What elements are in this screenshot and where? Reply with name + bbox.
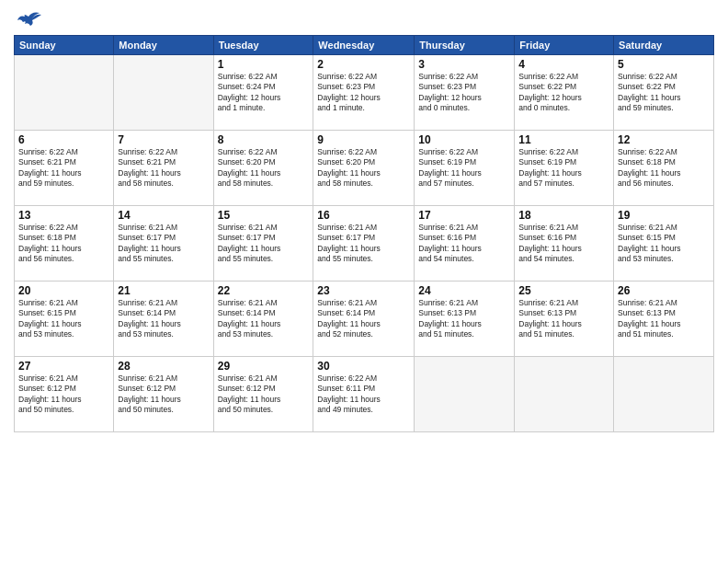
- day-number: 15: [218, 209, 310, 222]
- logo: [14, 9, 41, 28]
- calendar-cell: 29Sunrise: 6:21 AM Sunset: 6:12 PM Dayli…: [213, 357, 313, 432]
- day-number: 2: [317, 58, 410, 71]
- calendar-cell: 12Sunrise: 6:22 AM Sunset: 6:18 PM Dayli…: [614, 131, 714, 206]
- day-number: 17: [418, 209, 510, 222]
- calendar-cell: 17Sunrise: 6:21 AM Sunset: 6:16 PM Dayli…: [415, 206, 515, 282]
- weekday-header-monday: Monday: [114, 36, 213, 55]
- day-info: Sunrise: 6:21 AM Sunset: 6:15 PM Dayligh…: [618, 223, 710, 265]
- day-number: 6: [18, 133, 109, 146]
- day-number: 25: [518, 284, 609, 297]
- day-number: 5: [618, 58, 710, 71]
- calendar-cell: 13Sunrise: 6:22 AM Sunset: 6:18 PM Dayli…: [15, 206, 114, 282]
- calendar-cell: 30Sunrise: 6:22 AM Sunset: 6:11 PM Dayli…: [313, 357, 415, 432]
- calendar-cell: 23Sunrise: 6:21 AM Sunset: 6:14 PM Dayli…: [313, 282, 415, 357]
- day-info: Sunrise: 6:21 AM Sunset: 6:13 PM Dayligh…: [418, 298, 510, 340]
- calendar-week-4: 20Sunrise: 6:21 AM Sunset: 6:15 PM Dayli…: [15, 282, 714, 357]
- day-info: Sunrise: 6:22 AM Sunset: 6:18 PM Dayligh…: [618, 147, 710, 190]
- day-number: 8: [218, 133, 310, 146]
- calendar-cell: 15Sunrise: 6:21 AM Sunset: 6:17 PM Dayli…: [213, 206, 313, 282]
- weekday-header-wednesday: Wednesday: [313, 36, 415, 55]
- day-info: Sunrise: 6:22 AM Sunset: 6:23 PM Dayligh…: [418, 72, 510, 114]
- day-number: 28: [118, 360, 209, 373]
- day-info: Sunrise: 6:21 AM Sunset: 6:12 PM Dayligh…: [218, 373, 310, 416]
- day-number: 11: [518, 133, 609, 146]
- calendar-cell: 24Sunrise: 6:21 AM Sunset: 6:13 PM Dayli…: [415, 282, 515, 357]
- day-info: Sunrise: 6:22 AM Sunset: 6:22 PM Dayligh…: [618, 72, 710, 114]
- weekday-header-saturday: Saturday: [614, 36, 714, 55]
- day-info: Sunrise: 6:22 AM Sunset: 6:21 PM Dayligh…: [118, 147, 209, 190]
- day-number: 19: [618, 209, 710, 222]
- day-info: Sunrise: 6:21 AM Sunset: 6:13 PM Dayligh…: [618, 298, 710, 340]
- calendar-cell: [614, 357, 714, 432]
- calendar-cell: 7Sunrise: 6:22 AM Sunset: 6:21 PM Daylig…: [114, 131, 213, 206]
- calendar-week-2: 6Sunrise: 6:22 AM Sunset: 6:21 PM Daylig…: [15, 131, 714, 206]
- calendar-week-5: 27Sunrise: 6:21 AM Sunset: 6:12 PM Dayli…: [15, 357, 714, 432]
- day-info: Sunrise: 6:21 AM Sunset: 6:14 PM Dayligh…: [218, 298, 310, 340]
- day-info: Sunrise: 6:22 AM Sunset: 6:21 PM Dayligh…: [18, 147, 109, 190]
- calendar-cell: [15, 55, 114, 131]
- day-info: Sunrise: 6:22 AM Sunset: 6:18 PM Dayligh…: [18, 223, 109, 265]
- day-number: 23: [317, 284, 410, 297]
- calendar-cell: 28Sunrise: 6:21 AM Sunset: 6:12 PM Dayli…: [114, 357, 213, 432]
- weekday-header-thursday: Thursday: [415, 36, 515, 55]
- calendar-cell: 25Sunrise: 6:21 AM Sunset: 6:13 PM Dayli…: [515, 282, 614, 357]
- day-number: 1: [218, 58, 310, 71]
- day-info: Sunrise: 6:21 AM Sunset: 6:15 PM Dayligh…: [18, 298, 109, 340]
- day-info: Sunrise: 6:22 AM Sunset: 6:22 PM Dayligh…: [518, 72, 609, 114]
- day-number: 24: [418, 284, 510, 297]
- calendar-cell: 26Sunrise: 6:21 AM Sunset: 6:13 PM Dayli…: [614, 282, 714, 357]
- day-number: 7: [118, 133, 209, 146]
- calendar-cell: 22Sunrise: 6:21 AM Sunset: 6:14 PM Dayli…: [213, 282, 313, 357]
- weekday-header-sunday: Sunday: [15, 36, 114, 55]
- header: [14, 9, 714, 28]
- calendar-cell: 3Sunrise: 6:22 AM Sunset: 6:23 PM Daylig…: [415, 55, 515, 131]
- calendar-cell: [114, 55, 213, 131]
- day-number: 21: [118, 284, 209, 297]
- day-number: 16: [317, 209, 410, 222]
- page: SundayMondayTuesdayWednesdayThursdayFrid…: [0, 0, 728, 563]
- calendar-cell: 8Sunrise: 6:22 AM Sunset: 6:20 PM Daylig…: [213, 131, 313, 206]
- calendar-cell: 5Sunrise: 6:22 AM Sunset: 6:22 PM Daylig…: [614, 55, 714, 131]
- calendar-table: SundayMondayTuesdayWednesdayThursdayFrid…: [14, 35, 714, 432]
- calendar-cell: 20Sunrise: 6:21 AM Sunset: 6:15 PM Dayli…: [15, 282, 114, 357]
- day-number: 26: [618, 284, 710, 297]
- weekday-header-friday: Friday: [515, 36, 614, 55]
- day-number: 9: [317, 133, 410, 146]
- calendar-week-3: 13Sunrise: 6:22 AM Sunset: 6:18 PM Dayli…: [15, 206, 714, 282]
- day-info: Sunrise: 6:21 AM Sunset: 6:17 PM Dayligh…: [317, 223, 410, 265]
- calendar-cell: 16Sunrise: 6:21 AM Sunset: 6:17 PM Dayli…: [313, 206, 415, 282]
- day-info: Sunrise: 6:21 AM Sunset: 6:17 PM Dayligh…: [118, 223, 209, 265]
- day-number: 22: [218, 284, 310, 297]
- day-number: 3: [418, 58, 510, 71]
- day-info: Sunrise: 6:21 AM Sunset: 6:13 PM Dayligh…: [518, 298, 609, 340]
- day-number: 18: [518, 209, 609, 222]
- calendar-cell: 21Sunrise: 6:21 AM Sunset: 6:14 PM Dayli…: [114, 282, 213, 357]
- day-number: 4: [518, 58, 609, 71]
- calendar-cell: [415, 357, 515, 432]
- calendar-cell: 19Sunrise: 6:21 AM Sunset: 6:15 PM Dayli…: [614, 206, 714, 282]
- calendar-cell: 27Sunrise: 6:21 AM Sunset: 6:12 PM Dayli…: [15, 357, 114, 432]
- calendar-cell: 6Sunrise: 6:22 AM Sunset: 6:21 PM Daylig…: [15, 131, 114, 206]
- day-info: Sunrise: 6:22 AM Sunset: 6:24 PM Dayligh…: [218, 72, 310, 114]
- day-info: Sunrise: 6:21 AM Sunset: 6:14 PM Dayligh…: [317, 298, 410, 340]
- calendar-cell: 4Sunrise: 6:22 AM Sunset: 6:22 PM Daylig…: [515, 55, 614, 131]
- day-number: 27: [18, 360, 109, 373]
- day-info: Sunrise: 6:21 AM Sunset: 6:17 PM Dayligh…: [218, 223, 310, 265]
- day-number: 12: [618, 133, 710, 146]
- calendar-cell: 1Sunrise: 6:22 AM Sunset: 6:24 PM Daylig…: [213, 55, 313, 131]
- day-number: 10: [418, 133, 510, 146]
- calendar-cell: 14Sunrise: 6:21 AM Sunset: 6:17 PM Dayli…: [114, 206, 213, 282]
- weekday-header-tuesday: Tuesday: [213, 36, 313, 55]
- logo-bird-icon: [16, 9, 41, 28]
- day-number: 14: [118, 209, 209, 222]
- day-info: Sunrise: 6:22 AM Sunset: 6:19 PM Dayligh…: [518, 147, 609, 190]
- day-info: Sunrise: 6:21 AM Sunset: 6:14 PM Dayligh…: [118, 298, 209, 340]
- day-number: 13: [18, 209, 109, 222]
- day-info: Sunrise: 6:21 AM Sunset: 6:16 PM Dayligh…: [518, 223, 609, 265]
- day-info: Sunrise: 6:22 AM Sunset: 6:19 PM Dayligh…: [418, 147, 510, 190]
- day-info: Sunrise: 6:21 AM Sunset: 6:12 PM Dayligh…: [118, 373, 209, 416]
- day-number: 20: [18, 284, 109, 297]
- day-info: Sunrise: 6:21 AM Sunset: 6:16 PM Dayligh…: [418, 223, 510, 265]
- day-info: Sunrise: 6:22 AM Sunset: 6:20 PM Dayligh…: [317, 147, 410, 190]
- calendar-cell: 11Sunrise: 6:22 AM Sunset: 6:19 PM Dayli…: [515, 131, 614, 206]
